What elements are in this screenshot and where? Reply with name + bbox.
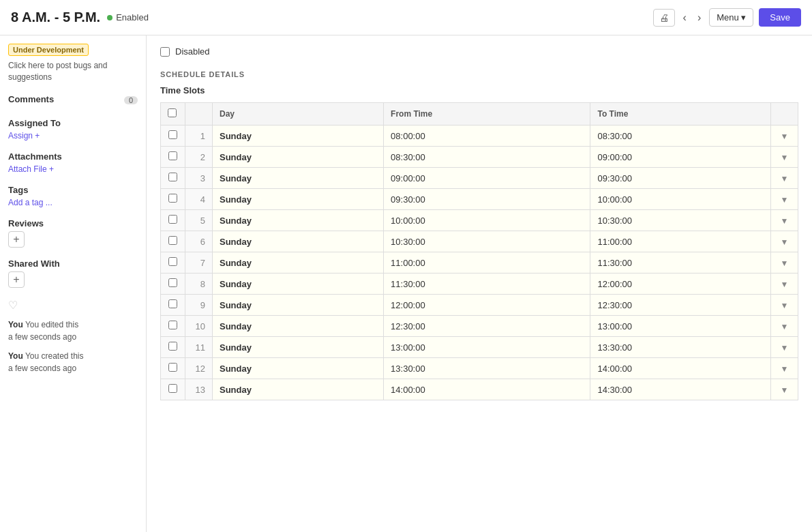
row-checkbox-cell <box>161 231 185 252</box>
table-row: 9 Sunday 12:00:00 12:30:00 ▼ <box>161 295 798 316</box>
row-number: 12 <box>185 358 213 379</box>
row-action[interactable]: ▼ <box>771 337 798 358</box>
heart-icon: ♡ <box>8 299 138 312</box>
time-slots-table: Day From Time To Time 1 Sunday 08:00:00 … <box>160 102 798 400</box>
page-title: 8 A.M. - 5 P.M. <box>11 10 100 25</box>
row-from-time: 12:30:00 <box>384 316 590 337</box>
row-from-time: 08:30:00 <box>384 147 590 168</box>
chevron-down-icon[interactable]: ▼ <box>781 195 789 205</box>
print-button[interactable]: 🖨 <box>653 9 675 27</box>
row-checkbox[interactable] <box>168 342 177 351</box>
row-number: 4 <box>185 189 213 210</box>
activity-2: You You created this a few seconds ago <box>8 350 138 374</box>
chevron-down-icon[interactable]: ▼ <box>781 364 789 374</box>
tags-section: Tags Add a tag ... <box>8 185 138 207</box>
row-day: Sunday <box>213 168 384 189</box>
row-action[interactable]: ▼ <box>771 189 798 210</box>
row-checkbox[interactable] <box>168 278 177 287</box>
chevron-down-icon[interactable]: ▼ <box>781 174 789 183</box>
table-row: 12 Sunday 13:30:00 14:00:00 ▼ <box>161 358 798 379</box>
assign-button[interactable]: Assign + <box>8 131 138 141</box>
status-badge: Enabled <box>107 12 149 23</box>
row-checkbox[interactable] <box>168 194 177 203</box>
under-dev-section: Under Development Click here to post bug… <box>8 44 138 83</box>
activity-1-you: You <box>8 320 23 329</box>
th-from-time: From Time <box>384 103 590 125</box>
time-slots-label: Time Slots <box>160 85 798 95</box>
row-number: 3 <box>185 168 213 189</box>
add-review-button[interactable]: + <box>8 231 25 248</box>
shared-with-section: Shared With + <box>8 258 138 288</box>
status-label: Enabled <box>116 12 149 23</box>
table-row: 13 Sunday 14:00:00 14:30:00 ▼ <box>161 379 798 400</box>
row-action[interactable]: ▼ <box>771 252 798 274</box>
table-row: 7 Sunday 11:00:00 11:30:00 ▼ <box>161 252 798 274</box>
row-checkbox-cell <box>161 252 185 274</box>
row-checkbox-cell <box>161 147 185 168</box>
row-action[interactable]: ▼ <box>771 274 798 295</box>
th-checkbox <box>161 103 185 125</box>
comments-label: Comments <box>8 94 54 104</box>
row-checkbox[interactable] <box>168 321 177 329</box>
row-action[interactable]: ▼ <box>771 379 798 400</box>
header: 8 A.M. - 5 P.M. Enabled 🖨 ‹ › Menu ▾ Sav… <box>0 0 812 35</box>
row-action[interactable]: ▼ <box>771 168 798 189</box>
chevron-down-icon[interactable]: ▼ <box>781 385 789 395</box>
chevron-down-icon[interactable]: ▼ <box>781 301 789 310</box>
row-action[interactable]: ▼ <box>771 210 798 231</box>
row-action[interactable]: ▼ <box>771 147 798 168</box>
row-number: 13 <box>185 379 213 400</box>
menu-button[interactable]: Menu ▾ <box>709 8 753 27</box>
chevron-down-icon[interactable]: ▼ <box>781 237 789 247</box>
under-dev-badge: Under Development <box>8 44 89 56</box>
layout: Under Development Click here to post bug… <box>0 35 812 532</box>
row-action[interactable]: ▼ <box>771 295 798 316</box>
row-checkbox[interactable] <box>168 130 177 139</box>
row-action[interactable]: ▼ <box>771 231 798 252</box>
row-day: Sunday <box>213 252 384 274</box>
chevron-down-icon[interactable]: ▼ <box>781 343 789 353</box>
chevron-down-icon[interactable]: ▼ <box>781 153 789 162</box>
row-checkbox[interactable] <box>168 384 177 393</box>
th-day: Day <box>213 103 384 125</box>
add-tag-button[interactable]: Add a tag ... <box>8 198 138 207</box>
row-number: 2 <box>185 147 213 168</box>
row-from-time: 12:00:00 <box>384 295 590 316</box>
row-checkbox[interactable] <box>168 299 177 308</box>
disabled-label: Disabled <box>175 46 210 57</box>
row-action[interactable]: ▼ <box>771 125 798 147</box>
row-from-time: 13:00:00 <box>384 337 590 358</box>
select-all-checkbox[interactable] <box>168 108 177 117</box>
assigned-to-label: Assigned To <box>8 118 138 128</box>
next-button[interactable]: › <box>695 10 704 25</box>
row-to-time: 11:30:00 <box>590 252 771 274</box>
bug-link[interactable]: Click here to post bugs and suggestions <box>8 60 138 83</box>
chevron-down-icon[interactable]: ▼ <box>781 216 789 226</box>
save-button[interactable]: Save <box>759 8 801 27</box>
disabled-checkbox[interactable] <box>160 47 170 57</box>
row-checkbox[interactable] <box>168 363 177 372</box>
row-action[interactable]: ▼ <box>771 358 798 379</box>
row-action[interactable]: ▼ <box>771 316 798 337</box>
comments-section: Comments 0 <box>8 94 138 107</box>
disabled-row: Disabled <box>160 46 798 57</box>
attachments-section: Attachments Attach File + <box>8 151 138 174</box>
row-number: 6 <box>185 231 213 252</box>
row-checkbox[interactable] <box>168 215 177 224</box>
row-checkbox-cell <box>161 337 185 358</box>
row-day: Sunday <box>213 295 384 316</box>
prev-button[interactable]: ‹ <box>680 10 689 25</box>
chevron-down-icon[interactable]: ▼ <box>781 132 789 141</box>
add-shared-button[interactable]: + <box>8 271 25 288</box>
row-day: Sunday <box>213 231 384 252</box>
row-checkbox[interactable] <box>168 151 177 160</box>
row-checkbox[interactable] <box>168 173 177 181</box>
activity-2-time: a few seconds ago <box>8 364 76 373</box>
row-checkbox[interactable] <box>168 236 177 245</box>
attach-file-button[interactable]: Attach File + <box>8 164 138 174</box>
row-checkbox[interactable] <box>168 257 177 266</box>
row-to-time: 13:30:00 <box>590 337 771 358</box>
chevron-down-icon[interactable]: ▼ <box>781 280 789 289</box>
chevron-down-icon[interactable]: ▼ <box>781 258 789 268</box>
chevron-down-icon[interactable]: ▼ <box>781 322 789 331</box>
